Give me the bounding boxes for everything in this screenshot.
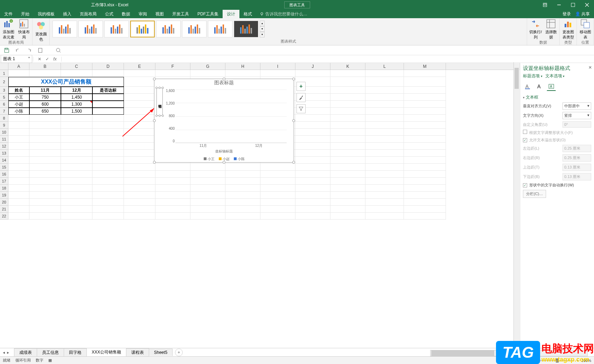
cell[interactable] (295, 178, 330, 185)
row-header[interactable]: 9 (0, 122, 8, 129)
cell[interactable] (124, 94, 155, 101)
cell[interactable] (260, 185, 295, 192)
cell[interactable] (155, 199, 190, 206)
tab-file[interactable]: 文件 (0, 10, 17, 18)
col-header[interactable]: A (8, 63, 29, 70)
col-header[interactable]: C (61, 63, 92, 70)
cell[interactable] (155, 171, 190, 178)
cell[interactable] (330, 164, 365, 171)
cell[interactable] (124, 115, 155, 122)
cell[interactable] (124, 192, 155, 199)
cell[interactable] (365, 136, 404, 143)
quick-layout-button[interactable]: 快速布局 (17, 19, 31, 40)
row-header[interactable]: 1 (0, 70, 8, 77)
cell[interactable] (295, 129, 330, 136)
col-header[interactable]: B (29, 63, 61, 70)
sheet-tab-active[interactable]: XXX公司销售额 (86, 348, 126, 350)
cell[interactable] (92, 122, 124, 129)
cell[interactable]: 650 (29, 108, 61, 115)
cell[interactable] (155, 213, 190, 220)
cell[interactable] (92, 136, 124, 143)
title-options-tab[interactable]: 标题选项 (523, 73, 543, 79)
cell[interactable] (61, 122, 92, 129)
style-thumb-7[interactable] (208, 21, 232, 37)
cell[interactable] (92, 108, 124, 115)
cell[interactable] (404, 164, 446, 171)
textbox-section-header[interactable]: 文本框 (523, 94, 591, 100)
cell[interactable] (295, 199, 330, 206)
cell[interactable] (330, 115, 365, 122)
cell[interactable] (29, 122, 61, 129)
textbox-tab-icon[interactable]: A (547, 82, 556, 91)
cell[interactable] (61, 171, 92, 178)
sheet-tab[interactable]: 成绩表 (14, 348, 37, 350)
style-thumb-4-selected[interactable] (130, 21, 155, 37)
valign-select[interactable]: 中部居中▾ (562, 102, 591, 110)
cell[interactable] (295, 122, 330, 129)
cell[interactable] (8, 136, 29, 143)
sheet-tab[interactable]: 课程表 (126, 348, 149, 350)
cell[interactable] (92, 199, 124, 206)
col-header[interactable]: F (155, 63, 190, 70)
cell[interactable] (260, 192, 295, 199)
print-preview-button[interactable] (55, 47, 62, 54)
cell[interactable] (260, 206, 295, 213)
gallery-more-icon[interactable]: ▾ (260, 32, 265, 37)
cancel-icon[interactable]: ✕ (36, 57, 43, 62)
cell[interactable] (295, 143, 330, 150)
cell[interactable] (365, 150, 404, 157)
cell[interactable] (330, 129, 365, 136)
cell[interactable] (92, 178, 124, 185)
cell[interactable] (61, 206, 92, 213)
cell[interactable] (295, 206, 330, 213)
col-header[interactable]: E (124, 63, 155, 70)
cell[interactable] (295, 185, 330, 192)
cell[interactable] (365, 115, 404, 122)
row-header[interactable]: 8 (0, 115, 8, 122)
cell[interactable] (295, 157, 330, 164)
cell[interactable] (124, 150, 155, 157)
pane-close-icon[interactable]: ✕ (588, 65, 592, 70)
cell[interactable] (8, 157, 29, 164)
cell[interactable] (155, 70, 190, 77)
cell[interactable] (29, 164, 61, 171)
cell[interactable] (190, 178, 225, 185)
style-thumb-1[interactable] (53, 21, 77, 37)
cell[interactable] (92, 171, 124, 178)
cell[interactable] (260, 171, 295, 178)
cell[interactable]: XXX公司产品销售额 (8, 77, 124, 87)
sheet-tab[interactable]: 田字格 (64, 348, 87, 350)
col-header[interactable]: H (225, 63, 260, 70)
cell[interactable] (365, 77, 404, 87)
cell[interactable] (225, 164, 260, 171)
new-button[interactable] (36, 47, 44, 54)
cell[interactable] (404, 108, 446, 115)
style-thumb-5[interactable] (156, 21, 181, 37)
cell[interactable] (124, 143, 155, 150)
cell[interactable]: 600 (29, 101, 61, 108)
cell[interactable] (225, 213, 260, 220)
maximize-icon[interactable] (566, 0, 580, 10)
cell[interactable] (330, 70, 365, 77)
cell[interactable] (124, 70, 155, 77)
cell[interactable] (124, 157, 155, 164)
login-button[interactable]: 登录 (562, 11, 571, 17)
switch-row-col-button[interactable]: 切换行/列 (529, 19, 543, 40)
cell[interactable] (404, 143, 446, 150)
x-axis-title[interactable]: 坐标轴标题 (154, 149, 294, 154)
cell[interactable] (330, 77, 365, 87)
cell[interactable] (124, 164, 155, 171)
cell[interactable] (92, 101, 124, 108)
cell[interactable] (29, 136, 61, 143)
cell[interactable] (92, 185, 124, 192)
cell[interactable] (295, 213, 330, 220)
cell[interactable] (8, 143, 29, 150)
minimize-icon[interactable] (552, 0, 566, 10)
row-header[interactable]: 18 (0, 185, 8, 192)
tab-templates[interactable]: 我的模板 (34, 10, 59, 18)
cell[interactable] (124, 136, 155, 143)
cell[interactable]: 11月 (29, 87, 61, 94)
col-header[interactable]: J (295, 63, 330, 70)
cell[interactable] (155, 178, 190, 185)
select-all-corner[interactable] (0, 63, 8, 70)
